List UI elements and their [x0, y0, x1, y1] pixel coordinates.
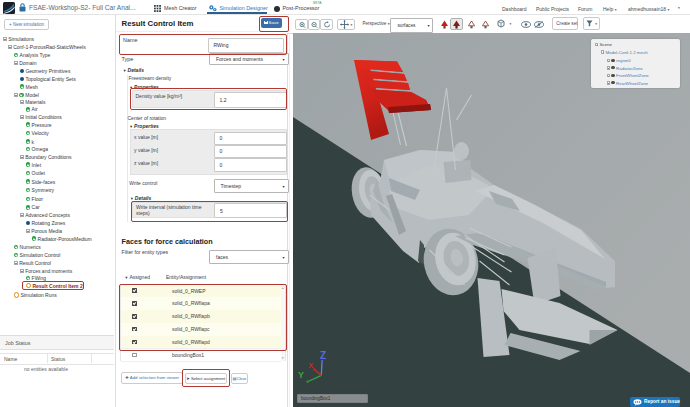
svg-text:Y: Y: [298, 370, 304, 380]
svg-text:Z: Z: [320, 350, 326, 361]
svg-text:X: X: [309, 362, 314, 369]
